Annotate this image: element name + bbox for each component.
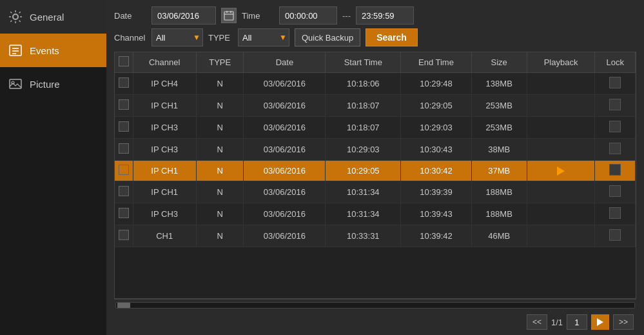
filter-row-1: Date Time --- bbox=[114, 6, 636, 25]
row-date: 03/06/2016 bbox=[244, 73, 326, 95]
th-size: Size bbox=[471, 52, 527, 73]
row-checkbox[interactable] bbox=[119, 99, 129, 110]
next-page-button[interactable]: >> bbox=[613, 314, 634, 330]
page-number-input[interactable] bbox=[567, 314, 587, 330]
general-icon bbox=[8, 9, 23, 25]
date-label: Date bbox=[114, 11, 146, 21]
header-checkbox[interactable] bbox=[119, 56, 129, 66]
type-select-wrapper: All N ▼ bbox=[238, 28, 289, 46]
table-row[interactable]: CH1 N 03/06/2016 10:33:31 10:39:42 46MB bbox=[115, 225, 636, 247]
row-type: N bbox=[196, 73, 244, 95]
th-start-time: Start Time bbox=[326, 52, 401, 73]
row-checkbox-cell bbox=[115, 203, 133, 225]
filter-bar: Date Time --- Channel All IP CH1 bbox=[114, 6, 636, 46]
row-lock bbox=[595, 139, 636, 161]
row-playback[interactable] bbox=[527, 203, 595, 225]
lock-button[interactable] bbox=[609, 77, 621, 88]
row-start-time: 10:18:06 bbox=[326, 73, 401, 95]
row-type: N bbox=[196, 95, 244, 117]
row-channel: IP CH3 bbox=[133, 139, 196, 161]
table-row[interactable]: IP CH1 N 03/06/2016 10:29:05 10:30:42 37… bbox=[115, 161, 636, 181]
row-checkbox-cell bbox=[115, 181, 133, 203]
th-checkbox bbox=[115, 52, 133, 73]
row-playback[interactable] bbox=[527, 161, 595, 181]
table-row[interactable]: IP CH3 N 03/06/2016 10:29:03 10:30:43 38… bbox=[115, 139, 636, 161]
row-checkbox[interactable] bbox=[119, 143, 129, 154]
row-playback[interactable] bbox=[527, 73, 595, 95]
type-select[interactable]: All N bbox=[238, 28, 289, 46]
table-row[interactable]: IP CH3 N 03/06/2016 10:18:07 10:29:03 25… bbox=[115, 117, 636, 139]
row-start-time: 10:18:07 bbox=[326, 117, 401, 139]
lock-button[interactable] bbox=[609, 207, 621, 219]
row-checkbox[interactable] bbox=[119, 186, 129, 196]
row-checkbox[interactable] bbox=[119, 121, 129, 132]
row-size: 37MB bbox=[471, 161, 527, 181]
th-channel: Channel bbox=[133, 52, 196, 73]
play-button[interactable] bbox=[554, 228, 567, 241]
play-button[interactable] bbox=[554, 120, 567, 133]
table-row[interactable]: IP CH1 N 03/06/2016 10:18:07 10:29:05 25… bbox=[115, 95, 636, 117]
row-type: N bbox=[196, 161, 244, 181]
page-next-arrow-button[interactable] bbox=[591, 314, 609, 330]
row-playback[interactable] bbox=[527, 181, 595, 203]
play-button[interactable] bbox=[554, 98, 567, 111]
row-end-time: 10:29:03 bbox=[401, 117, 471, 139]
channel-select[interactable]: All IP CH1 IP CH3 IP CH4 CH1 bbox=[151, 28, 203, 46]
play-button[interactable] bbox=[554, 142, 567, 155]
row-lock bbox=[595, 95, 636, 117]
lock-button[interactable] bbox=[609, 143, 621, 154]
sidebar-item-events[interactable]: Events bbox=[0, 34, 106, 67]
lock-button[interactable] bbox=[609, 229, 621, 241]
row-playback[interactable] bbox=[527, 95, 595, 117]
play-button[interactable] bbox=[554, 185, 567, 198]
sidebar-picture-label: Picture bbox=[30, 79, 60, 90]
time-label: Time bbox=[242, 11, 274, 21]
prev-page-button[interactable]: << bbox=[527, 314, 547, 330]
th-end-time: End Time bbox=[401, 52, 471, 73]
play-button[interactable] bbox=[554, 165, 567, 178]
table-row[interactable]: IP CH4 N 03/06/2016 10:18:06 10:29:48 13… bbox=[115, 73, 636, 95]
row-lock bbox=[595, 161, 636, 181]
row-checkbox-cell bbox=[115, 117, 133, 139]
row-end-time: 10:39:43 bbox=[401, 203, 471, 225]
date-input[interactable] bbox=[151, 6, 216, 25]
events-table: Channel TYPE Date Start Time End Time Si… bbox=[114, 52, 636, 299]
row-playback[interactable] bbox=[527, 225, 595, 247]
row-date: 03/06/2016 bbox=[244, 181, 326, 203]
calendar-icon[interactable] bbox=[221, 8, 237, 23]
row-playback[interactable] bbox=[527, 117, 595, 139]
lock-button[interactable] bbox=[609, 99, 621, 110]
row-lock bbox=[595, 73, 636, 95]
search-button[interactable]: Search bbox=[366, 28, 418, 46]
sidebar-item-general[interactable]: General bbox=[0, 0, 106, 34]
lock-button[interactable] bbox=[609, 185, 621, 197]
row-size: 253MB bbox=[471, 95, 527, 117]
row-checkbox[interactable] bbox=[119, 165, 129, 175]
play-button[interactable] bbox=[554, 76, 567, 89]
lock-button[interactable] bbox=[609, 164, 621, 176]
time-separator: --- bbox=[342, 11, 351, 21]
row-playback[interactable] bbox=[527, 139, 595, 161]
scrollbar-track[interactable] bbox=[115, 302, 635, 309]
row-checkbox[interactable] bbox=[119, 230, 129, 240]
row-start-time: 10:31:34 bbox=[326, 203, 401, 225]
end-time-input[interactable] bbox=[356, 6, 414, 25]
row-channel: IP CH3 bbox=[133, 117, 196, 139]
sidebar-item-picture[interactable]: Picture bbox=[0, 67, 106, 101]
table-row[interactable]: IP CH3 N 03/06/2016 10:31:34 10:39:43 18… bbox=[115, 203, 636, 225]
row-end-time: 10:30:43 bbox=[401, 139, 471, 161]
lock-button[interactable] bbox=[609, 121, 621, 132]
play-button[interactable] bbox=[554, 207, 567, 219]
quick-backup-button[interactable]: Quick Backup bbox=[295, 28, 360, 46]
horizontal-scrollbar[interactable] bbox=[114, 299, 636, 310]
row-start-time: 10:33:31 bbox=[326, 225, 401, 247]
table-row[interactable]: IP CH1 N 03/06/2016 10:31:34 10:39:39 18… bbox=[115, 181, 636, 203]
row-checkbox[interactable] bbox=[119, 77, 129, 88]
row-checkbox[interactable] bbox=[119, 208, 129, 218]
th-playback: Playback bbox=[527, 52, 595, 73]
scrollbar-thumb[interactable] bbox=[117, 303, 130, 308]
row-start-time: 10:31:34 bbox=[326, 181, 401, 203]
start-time-input[interactable] bbox=[279, 6, 337, 25]
row-end-time: 10:39:39 bbox=[401, 181, 471, 203]
row-channel: IP CH3 bbox=[133, 203, 196, 225]
